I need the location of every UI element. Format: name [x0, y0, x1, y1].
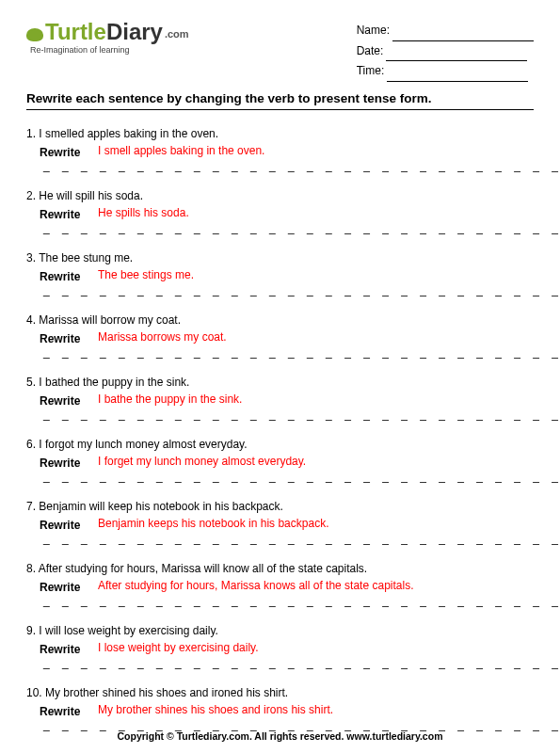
item-prompt: 8. After studying for hours, Marissa wil… [26, 562, 534, 575]
rewrite-line[interactable]: Rewrite_ _ _ _ _ _ _ _ _ _ _ _ _ _ _ _ _… [26, 208, 534, 234]
answer-text: I lose weight by exercising daily. [98, 641, 259, 654]
rewrite-label: Rewrite [40, 643, 80, 656]
rewrite-label: Rewrite [40, 394, 80, 408]
answer-dashes: _ _ _ _ _ _ _ _ _ _ _ _ _ _ _ _ _ _ _ _ … [43, 718, 560, 731]
rewrite-label: Rewrite [40, 519, 80, 532]
item-prompt: 5. I bathed the puppy in the sink. [26, 376, 534, 389]
item: 8. After studying for hours, Marissa wil… [26, 562, 534, 607]
logo-text: TurtleDiary.com [26, 21, 189, 43]
rewrite-line[interactable]: Rewrite_ _ _ _ _ _ _ _ _ _ _ _ _ _ _ _ _… [26, 146, 534, 172]
logo-com: .com [165, 28, 189, 40]
item-prompt: 1. I smelled apples baking in the oven. [26, 127, 534, 140]
answer-dashes: _ _ _ _ _ _ _ _ _ _ _ _ _ _ _ _ _ _ _ _ … [43, 159, 560, 172]
item: 7. Benjamin will keep his notebook in hi… [26, 500, 534, 545]
answer-dashes: _ _ _ _ _ _ _ _ _ _ _ _ _ _ _ _ _ _ _ _ … [43, 594, 560, 607]
tagline: Re-Imagination of learning [30, 45, 189, 55]
item-prompt: 10. My brother shined his shoes and iron… [26, 686, 534, 699]
answer-text: I smell apples baking in the oven. [98, 144, 264, 157]
answer-text: Marissa borrows my coat. [98, 330, 227, 344]
rewrite-label: Rewrite [40, 457, 80, 470]
answer-dashes: _ _ _ _ _ _ _ _ _ _ _ _ _ _ _ _ _ _ _ _ … [43, 656, 560, 669]
time-label: Time: [357, 64, 385, 77]
answer-text: I bathe the puppy in the sink. [98, 393, 242, 406]
divider [26, 109, 534, 110]
item-prompt: 3. The bee stung me. [26, 251, 534, 264]
answer-dashes: _ _ _ _ _ _ _ _ _ _ _ _ _ _ _ _ _ _ _ _ … [43, 470, 560, 483]
item: 3. The bee stung me.Rewrite_ _ _ _ _ _ _… [26, 251, 534, 296]
logo: TurtleDiary.com Re-Imagination of learni… [26, 21, 189, 55]
answer-text: My brother shines his shoes and irons hi… [98, 703, 333, 716]
answer-text: After studying for hours, Marissa knows … [98, 579, 413, 592]
rewrite-line[interactable]: Rewrite_ _ _ _ _ _ _ _ _ _ _ _ _ _ _ _ _… [26, 705, 534, 731]
answer-dashes: _ _ _ _ _ _ _ _ _ _ _ _ _ _ _ _ _ _ _ _ … [43, 532, 560, 545]
rewrite-label: Rewrite [40, 332, 80, 345]
answer-text: Benjamin keeps his notebook in his backp… [98, 517, 328, 530]
meta-fields: Name: Date: Time: [357, 21, 534, 82]
item-prompt: 4. Marissa will borrow my coat. [26, 313, 534, 327]
rewrite-line[interactable]: Rewrite_ _ _ _ _ _ _ _ _ _ _ _ _ _ _ _ _… [26, 270, 534, 296]
rewrite-line[interactable]: Rewrite_ _ _ _ _ _ _ _ _ _ _ _ _ _ _ _ _… [26, 457, 534, 483]
logo-brand-2: Diary [106, 19, 163, 44]
item: 10. My brother shined his shoes and iron… [26, 686, 534, 731]
item-prompt: 7. Benjamin will keep his notebook in hi… [26, 500, 534, 513]
instruction: Rewrite each sentence by changing the ve… [26, 91, 534, 105]
items-list: 1. I smelled apples baking in the oven.R… [26, 127, 534, 731]
item: 9. I will lose weight by exercising dail… [26, 624, 534, 669]
rewrite-line[interactable]: Rewrite_ _ _ _ _ _ _ _ _ _ _ _ _ _ _ _ _… [26, 394, 534, 421]
item: 2. He will spill his soda.Rewrite_ _ _ _… [26, 189, 534, 234]
rewrite-line[interactable]: Rewrite_ _ _ _ _ _ _ _ _ _ _ _ _ _ _ _ _… [26, 519, 534, 545]
answer-text: He spills his soda. [98, 206, 189, 219]
logo-brand-1: Turtle [45, 19, 106, 44]
rewrite-label: Rewrite [40, 208, 80, 221]
rewrite-line[interactable]: Rewrite_ _ _ _ _ _ _ _ _ _ _ _ _ _ _ _ _… [26, 332, 534, 359]
name-label: Name: [357, 24, 390, 37]
rewrite-label: Rewrite [40, 146, 80, 159]
footer: Copyright © Turtlediary.com. All rights … [0, 730, 560, 742]
time-input-line[interactable] [387, 81, 528, 82]
item-prompt: 6. I forgot my lunch money almost everyd… [26, 438, 534, 451]
rewrite-line[interactable]: Rewrite_ _ _ _ _ _ _ _ _ _ _ _ _ _ _ _ _… [26, 581, 534, 607]
item-prompt: 9. I will lose weight by exercising dail… [26, 624, 534, 637]
rewrite-label: Rewrite [40, 270, 80, 283]
item: 6. I forgot my lunch money almost everyd… [26, 438, 534, 483]
answer-dashes: _ _ _ _ _ _ _ _ _ _ _ _ _ _ _ _ _ _ _ _ … [43, 345, 560, 359]
item: 5. I bathed the puppy in the sink.Rewrit… [26, 376, 534, 421]
item: 1. I smelled apples baking in the oven.R… [26, 127, 534, 172]
rewrite-label: Rewrite [40, 705, 80, 718]
item-prompt: 2. He will spill his soda. [26, 189, 534, 202]
answer-dashes: _ _ _ _ _ _ _ _ _ _ _ _ _ _ _ _ _ _ _ _ … [43, 283, 560, 296]
turtle-icon [26, 28, 43, 41]
date-label: Date: [357, 44, 384, 57]
rewrite-label: Rewrite [40, 581, 80, 594]
answer-dashes: _ _ _ _ _ _ _ _ _ _ _ _ _ _ _ _ _ _ _ _ … [43, 408, 560, 421]
rewrite-line[interactable]: Rewrite_ _ _ _ _ _ _ _ _ _ _ _ _ _ _ _ _… [26, 643, 534, 669]
answer-text: I forget my lunch money almost everyday. [98, 455, 306, 468]
answer-text: The bee stings me. [98, 268, 194, 281]
item: 4. Marissa will borrow my coat.Rewrite_ … [26, 313, 534, 359]
header: TurtleDiary.com Re-Imagination of learni… [26, 21, 534, 82]
answer-dashes: _ _ _ _ _ _ _ _ _ _ _ _ _ _ _ _ _ _ _ _ … [43, 221, 560, 234]
